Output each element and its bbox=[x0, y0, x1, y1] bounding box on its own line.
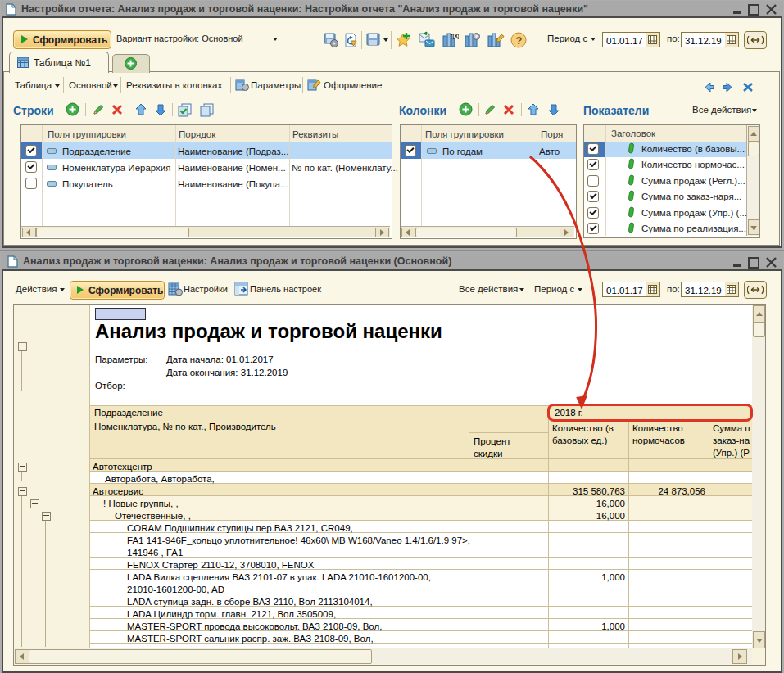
svg-text:?: ? bbox=[516, 34, 523, 47]
svg-text:f(x): f(x) bbox=[451, 33, 459, 39]
